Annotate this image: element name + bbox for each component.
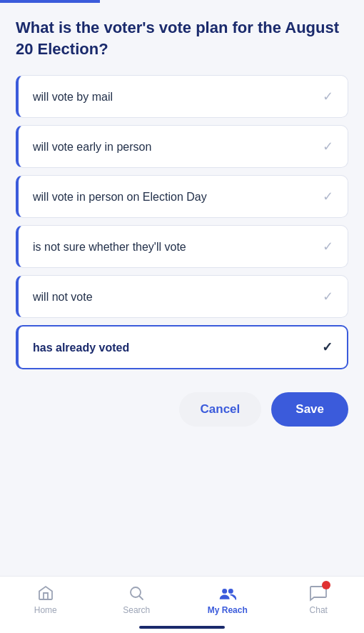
question-title: What is the voter's vote plan for the Au…: [16, 17, 348, 59]
check-icon-not_vote: ✓: [323, 289, 333, 304]
check-icon-election_day: ✓: [323, 189, 333, 204]
option-item-already_voted[interactable]: has already voted✓: [16, 325, 348, 369]
chat-badge: [322, 581, 330, 589]
option-item-mail[interactable]: will vote by mail✓: [16, 75, 348, 118]
svg-point-2: [222, 589, 227, 594]
svg-line-1: [140, 597, 143, 600]
check-icon-not_sure: ✓: [323, 239, 333, 254]
chat-label: Chat: [310, 605, 328, 615]
bottom-nav: Home Search My Reach Chat: [0, 576, 364, 633]
chat-icon: [309, 584, 328, 602]
nav-item-search[interactable]: Search: [91, 584, 183, 615]
reach-label: My Reach: [208, 605, 248, 615]
nav-item-home[interactable]: Home: [0, 584, 91, 615]
option-text-already_voted: has already voted: [33, 340, 315, 356]
cancel-button[interactable]: Cancel: [179, 392, 262, 427]
check-icon-early: ✓: [323, 139, 333, 154]
options-list: will vote by mail✓will vote early in per…: [16, 75, 348, 369]
option-item-early[interactable]: will vote early in person✓: [16, 125, 348, 168]
check-icon-mail: ✓: [323, 89, 333, 104]
home-label: Home: [34, 605, 57, 615]
search-label: Search: [123, 605, 150, 615]
top-progress-bar: [0, 0, 100, 3]
save-button[interactable]: Save: [271, 392, 348, 427]
main-content: What is the voter's vote plan for the Au…: [0, 0, 364, 369]
option-text-not_vote: will not vote: [33, 289, 315, 305]
option-text-election_day: will vote in person on Election Day: [33, 189, 315, 205]
home-indicator-bar: [139, 626, 225, 629]
option-item-election_day[interactable]: will vote in person on Election Day✓: [16, 175, 348, 218]
option-item-not_sure[interactable]: is not sure whether they'll vote✓: [16, 225, 348, 268]
option-text-not_sure: is not sure whether they'll vote: [33, 239, 315, 255]
option-text-mail: will vote by mail: [33, 89, 315, 105]
nav-item-chat[interactable]: Chat: [273, 584, 365, 615]
svg-point-3: [228, 589, 233, 594]
option-item-not_vote[interactable]: will not vote✓: [16, 275, 348, 318]
home-icon: [36, 584, 55, 602]
reach-icon: [218, 584, 237, 602]
action-buttons: Cancel Save: [0, 377, 364, 427]
search-icon: [127, 584, 146, 602]
nav-item-my-reach[interactable]: My Reach: [182, 584, 273, 615]
option-text-early: will vote early in person: [33, 139, 315, 155]
check-icon-already_voted: ✓: [322, 339, 333, 355]
